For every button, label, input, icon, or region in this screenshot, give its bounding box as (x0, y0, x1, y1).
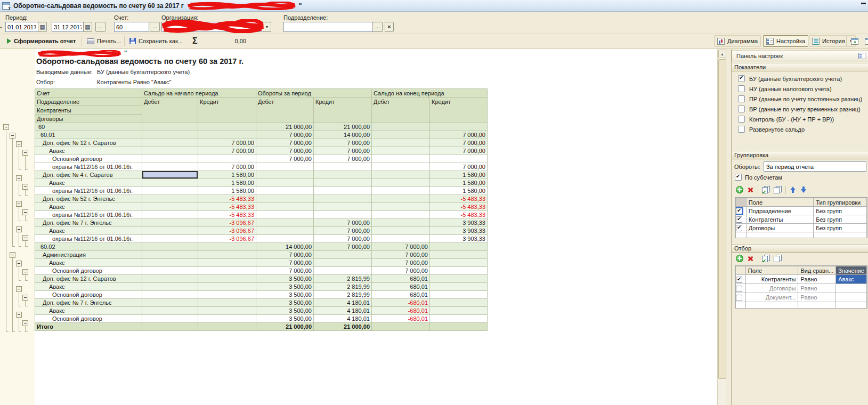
move-up-icon[interactable] (790, 186, 797, 193)
report-cell[interactable]: 7 000,00 (372, 267, 430, 275)
report-cell[interactable] (198, 267, 256, 275)
tree-collapse-button[interactable] (10, 252, 15, 258)
report-cell[interactable] (372, 227, 430, 235)
report-cell[interactable]: 1 580,00 (198, 187, 256, 195)
grouping-row[interactable]: ДоговорыБез групп (736, 224, 867, 232)
period-to-calendar-icon[interactable] (83, 22, 92, 32)
report-cell[interactable]: -5 483,33 (430, 195, 488, 203)
checkbox[interactable] (738, 126, 745, 133)
report-cell[interactable] (142, 139, 198, 147)
selection-row-checkbox-cell[interactable] (736, 284, 746, 293)
report-row-name[interactable]: Доп. офис № 12 г. Саратов (35, 275, 142, 283)
report-cell[interactable] (430, 123, 488, 131)
tree-collapse-button[interactable] (22, 150, 28, 156)
checkbox[interactable] (736, 295, 742, 301)
report-row-name[interactable]: Авакс (35, 147, 142, 155)
report-cell[interactable]: 7 000,00 (314, 227, 372, 235)
report-cell[interactable] (372, 203, 430, 211)
report-cell[interactable]: 4 180,01 (314, 299, 372, 307)
report-cell[interactable] (142, 195, 198, 203)
report-cell[interactable]: -5 483,33 (198, 211, 256, 219)
report-cell[interactable]: -3 096,67 (198, 219, 256, 227)
grouping-row-checkbox-cell[interactable] (736, 224, 747, 232)
report-cell[interactable] (256, 171, 314, 179)
report-cell[interactable]: 3 500,00 (256, 307, 314, 315)
account-input[interactable] (114, 22, 149, 32)
report-cell[interactable] (314, 179, 372, 187)
report-cell[interactable]: 3 903,33 (430, 219, 488, 227)
report-row-name[interactable]: Авакс (35, 227, 142, 235)
report-cell[interactable]: 21 000,00 (314, 123, 372, 131)
report-cell[interactable]: 2 819,99 (314, 283, 372, 291)
report-row-name[interactable]: Доп. офис № 7 г. Энгельс (35, 219, 142, 227)
scroll-up-icon[interactable] (718, 50, 726, 58)
period-from-input[interactable] (5, 22, 38, 32)
report-row-name[interactable]: Авакс (35, 307, 142, 315)
report-row-name[interactable]: Авакс (35, 203, 142, 211)
vertical-scrollbar[interactable] (717, 49, 726, 405)
diagram-button[interactable]: Диаграмма (714, 35, 761, 47)
report-cell[interactable]: 7 000,00 (314, 243, 372, 251)
uncheck-all-icon[interactable] (774, 255, 782, 262)
report-cell[interactable] (430, 291, 488, 299)
report-cell[interactable]: 3 500,00 (256, 291, 314, 299)
report-cell[interactable] (142, 323, 198, 331)
report-cell[interactable] (314, 211, 372, 219)
tree-collapse-button[interactable] (22, 209, 28, 215)
report-cell[interactable]: 7 000,00 (430, 163, 488, 171)
report-cell[interactable] (372, 147, 430, 155)
tree-collapse-button[interactable] (22, 184, 28, 190)
report-cell[interactable] (430, 307, 488, 315)
report-cell[interactable]: 4 180,01 (314, 315, 372, 323)
grouping-field-cell[interactable]: Подразделение (746, 207, 814, 215)
report-cell[interactable]: 2 819,99 (314, 275, 372, 283)
report-cell[interactable] (430, 259, 488, 267)
report-cell[interactable]: -5 483,33 (198, 195, 256, 203)
report-cell[interactable] (198, 155, 256, 163)
report-cell[interactable]: 3 903,33 (430, 227, 488, 235)
selection-comparison-cell[interactable]: Равно (798, 293, 836, 302)
grouping-row[interactable]: ПодразделениеБез групп (736, 207, 867, 215)
report-row-name[interactable]: Основной договор (35, 315, 142, 323)
settings-button[interactable]: Настройка (763, 35, 808, 47)
report-cell[interactable] (142, 203, 198, 211)
report-cell[interactable] (142, 171, 198, 179)
report-cell[interactable] (314, 259, 372, 267)
report-cell[interactable] (430, 315, 488, 323)
move-down-icon[interactable] (800, 186, 807, 193)
report-cell[interactable] (430, 251, 488, 259)
report-cell[interactable]: 7 000,00 (430, 147, 488, 155)
report-row-name[interactable]: Основной договор (35, 155, 142, 163)
period-to-input[interactable] (52, 22, 84, 32)
tree-collapse-button[interactable] (16, 226, 22, 232)
indicator-row[interactable]: ВР (данные по учету временных разниц) (732, 104, 868, 114)
report-cell[interactable] (372, 155, 430, 163)
check-all-icon[interactable] (762, 186, 770, 193)
report-cell[interactable]: 1 580,00 (198, 171, 256, 179)
grouping-row-checkbox-cell[interactable] (736, 215, 747, 224)
report-cell[interactable] (198, 323, 256, 331)
selection-comparison-cell[interactable]: Равно (798, 275, 836, 284)
report-row-name[interactable]: 60.02 (35, 243, 142, 251)
indicator-row[interactable]: Контроль (БУ - (НУ + ПР + ВР)) (732, 114, 868, 124)
report-cell[interactable] (256, 179, 314, 187)
delete-icon[interactable] (747, 255, 754, 262)
report-cell[interactable] (142, 227, 198, 235)
report-row-name[interactable]: Основной договор (35, 267, 142, 275)
selection-row[interactable]: КонтрагентыРавноАвакс (736, 275, 867, 284)
report-cell[interactable] (142, 211, 198, 219)
report-cell[interactable]: 3 903,33 (430, 235, 488, 243)
selection-row[interactable]: ДоговорыРавно (736, 284, 867, 293)
report-cell[interactable] (314, 251, 372, 259)
grouping-row[interactable]: КонтрагентыБез групп (736, 215, 867, 224)
report-cell[interactable]: 7 000,00 (430, 139, 488, 147)
report-cell[interactable] (372, 123, 430, 131)
report-cell[interactable] (372, 171, 430, 179)
report-cell[interactable] (142, 147, 198, 155)
report-cell[interactable] (142, 163, 198, 171)
report-cell[interactable]: 7 000,00 (256, 131, 314, 139)
report-cell[interactable] (142, 251, 198, 259)
turnover-combo[interactable] (764, 161, 866, 172)
report-cell[interactable]: -3 096,67 (198, 227, 256, 235)
department-clear-icon[interactable] (385, 22, 394, 32)
